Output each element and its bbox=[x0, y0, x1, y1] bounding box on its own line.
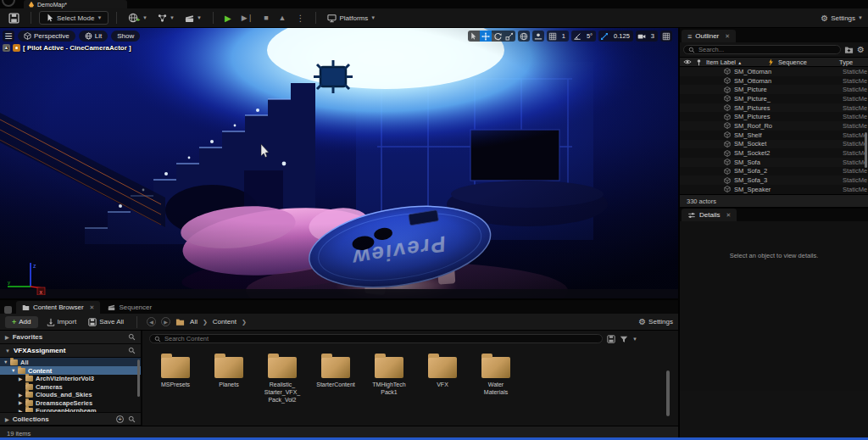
create-folder-icon[interactable] bbox=[844, 45, 854, 54]
cinematics-button[interactable]: ▼ bbox=[181, 12, 205, 25]
drawer-icon[interactable] bbox=[4, 306, 12, 314]
grid-snap-toggle[interactable] bbox=[547, 31, 559, 42]
outliner-row[interactable]: SM_Picture StaticMe bbox=[680, 85, 868, 94]
outliner-settings-icon[interactable]: ⚙ bbox=[857, 45, 865, 54]
level-tab[interactable]: DemoMap* bbox=[24, 0, 127, 8]
pin-column-icon[interactable] bbox=[695, 58, 703, 66]
show-dropdown[interactable]: Show bbox=[111, 31, 140, 42]
close-icon[interactable]: ✕ bbox=[726, 212, 731, 219]
view-mode-dropdown[interactable]: Lit bbox=[79, 31, 108, 42]
breadcrumb-all[interactable]: All bbox=[190, 318, 198, 326]
tree-item[interactable]: ▶ EuropeanHornbeam bbox=[0, 407, 141, 412]
outliner-row[interactable]: SM_Sofa_3 StaticMe bbox=[680, 175, 868, 185]
column-item-label[interactable]: Item Label ▲ bbox=[706, 58, 742, 66]
blueprints-button[interactable]: ▼ bbox=[154, 12, 178, 25]
import-button[interactable]: Import bbox=[43, 316, 81, 328]
save-level-button[interactable] bbox=[5, 11, 23, 25]
outliner-row[interactable]: SM_Sofa_2 StaticMe bbox=[680, 167, 868, 176]
rotation-snap-value[interactable]: 5° bbox=[583, 31, 596, 42]
viewport-options-menu[interactable]: ≡ bbox=[3, 31, 14, 42]
tab-content-browser[interactable]: Content Browser ✕ bbox=[16, 301, 100, 314]
close-icon[interactable]: ✕ bbox=[90, 304, 95, 311]
column-sequence[interactable]: Sequence bbox=[778, 58, 807, 66]
grid-snap-value[interactable]: 1 bbox=[559, 31, 569, 42]
save-all-button[interactable]: Save All bbox=[85, 316, 127, 328]
add-button[interactable]: +Add bbox=[5, 316, 38, 328]
tree-item-content[interactable]: ▼ Content bbox=[0, 366, 141, 375]
stop-button[interactable]: ■ bbox=[260, 12, 271, 24]
world-local-toggle[interactable] bbox=[518, 31, 530, 42]
rotation-snap-toggle[interactable] bbox=[571, 31, 583, 42]
play-options-kebab[interactable]: ⋮ bbox=[292, 12, 308, 25]
window-menu-icon[interactable] bbox=[2, 0, 15, 7]
outliner-row[interactable]: SM_Ottoman StaticMe bbox=[680, 76, 868, 86]
eject-button[interactable]: ▲ bbox=[275, 12, 290, 24]
tree-item-all[interactable]: ▼ All bbox=[0, 358, 141, 366]
stop-piloting-icon[interactable]: ▲ bbox=[3, 44, 10, 52]
outliner-row[interactable]: SM_Ottoman StaticMe bbox=[680, 67, 868, 76]
content-folder[interactable]: MSPresets bbox=[154, 352, 197, 404]
tab-details[interactable]: Details ✕ bbox=[682, 209, 737, 221]
content-folder[interactable]: Realistic_ Starter_VFX_ Pack_Vol2 bbox=[261, 352, 303, 404]
scale-snap-value[interactable]: 0.125 bbox=[610, 31, 633, 42]
breadcrumb-content[interactable]: Content bbox=[213, 318, 236, 326]
tab-outliner[interactable]: ≡ Outliner ✕ bbox=[682, 30, 736, 42]
vfxassignment-section[interactable]: ▼ VFXAssignment bbox=[0, 344, 141, 358]
move-tool-button[interactable] bbox=[480, 31, 492, 42]
tree-item[interactable]: ▶ Clouds_and_Skies bbox=[0, 391, 141, 399]
content-folder[interactable]: StarterContent bbox=[314, 352, 357, 404]
search-icon[interactable] bbox=[128, 415, 136, 423]
perspective-dropdown[interactable]: Perspective bbox=[18, 31, 75, 42]
save-search-icon[interactable] bbox=[607, 335, 615, 343]
select-mode-dropdown[interactable]: Select Mode▼ bbox=[39, 11, 108, 25]
level-viewport[interactable]: Preview ≡ Perspective Lit Show bbox=[0, 28, 678, 298]
outliner-row[interactable]: SM_Socket StaticMe bbox=[680, 140, 868, 149]
close-icon[interactable]: ✕ bbox=[725, 33, 730, 40]
content-search-field[interactable] bbox=[164, 335, 598, 343]
surface-snapping-button[interactable] bbox=[532, 31, 544, 42]
camera-speed-button[interactable] bbox=[636, 31, 648, 42]
outliner-search-input[interactable] bbox=[683, 45, 841, 54]
editor-settings-dropdown[interactable]: ⚙Settings▼ bbox=[821, 14, 863, 23]
sequence-column-icon[interactable] bbox=[767, 58, 775, 66]
search-icon[interactable] bbox=[128, 333, 136, 341]
filter-icon[interactable] bbox=[620, 335, 628, 343]
outliner-row[interactable]: SM_Pictures StaticMe bbox=[680, 112, 868, 121]
outliner-row[interactable]: SM_Sofa StaticMe bbox=[680, 158, 868, 167]
content-folder[interactable]: Planets bbox=[208, 352, 250, 404]
outliner-row[interactable]: SM_Speaker StaticMe bbox=[680, 185, 868, 194]
play-button[interactable]: ▶ bbox=[221, 12, 235, 25]
collections-section[interactable]: ▶ Collections + bbox=[0, 412, 141, 426]
content-search-input[interactable] bbox=[149, 334, 603, 343]
outliner-scrollbar[interactable] bbox=[865, 132, 867, 168]
outliner-row[interactable]: SM_Picture_ StaticMe bbox=[680, 94, 868, 103]
frame-skip-button[interactable]: ▶❘ bbox=[238, 12, 257, 24]
scale-snap-toggle[interactable] bbox=[598, 31, 610, 42]
camera-speed-value[interactable]: 3 bbox=[648, 31, 658, 42]
add-actor-button[interactable]: +▼ bbox=[125, 10, 151, 25]
tree-item[interactable]: ▶ ArchVizInteriorVol3 bbox=[0, 375, 141, 383]
outliner-search-field[interactable] bbox=[698, 46, 836, 54]
outliner-row[interactable]: SM_Pictures StaticMe bbox=[680, 103, 868, 113]
visibility-column-icon[interactable] bbox=[683, 58, 692, 66]
tree-item[interactable]: ▶ DreamscapeSeries bbox=[0, 399, 141, 408]
column-type[interactable]: Type bbox=[839, 58, 865, 66]
content-folder[interactable]: Water Materials bbox=[475, 352, 517, 404]
outliner-row[interactable]: SM_Shelf StaticMe bbox=[680, 131, 868, 140]
rotate-tool-button[interactable] bbox=[492, 31, 504, 42]
scale-tool-button[interactable] bbox=[504, 31, 515, 42]
outliner-row[interactable]: SM_Socket2 StaticMe bbox=[680, 148, 868, 158]
back-button[interactable]: ◀ bbox=[147, 317, 156, 326]
search-icon[interactable] bbox=[128, 347, 136, 354]
tab-sequencer[interactable]: Sequencer bbox=[102, 301, 158, 314]
outliner-row[interactable]: SM_Roof_Ro StaticMe bbox=[680, 121, 868, 131]
favorites-section[interactable]: ▶ Favorites bbox=[0, 331, 141, 344]
content-folder[interactable]: VFX bbox=[421, 352, 464, 404]
select-tool-button[interactable] bbox=[468, 31, 480, 42]
add-collection-icon[interactable]: + bbox=[116, 415, 124, 423]
content-settings-button[interactable]: ⚙Settings bbox=[638, 317, 673, 326]
tree-scrollbar[interactable] bbox=[137, 359, 140, 397]
maximize-viewport-button[interactable] bbox=[660, 31, 672, 42]
tree-item[interactable]: Cameras bbox=[0, 383, 141, 392]
content-folder[interactable]: TMHighTech Pack1 bbox=[368, 352, 410, 404]
